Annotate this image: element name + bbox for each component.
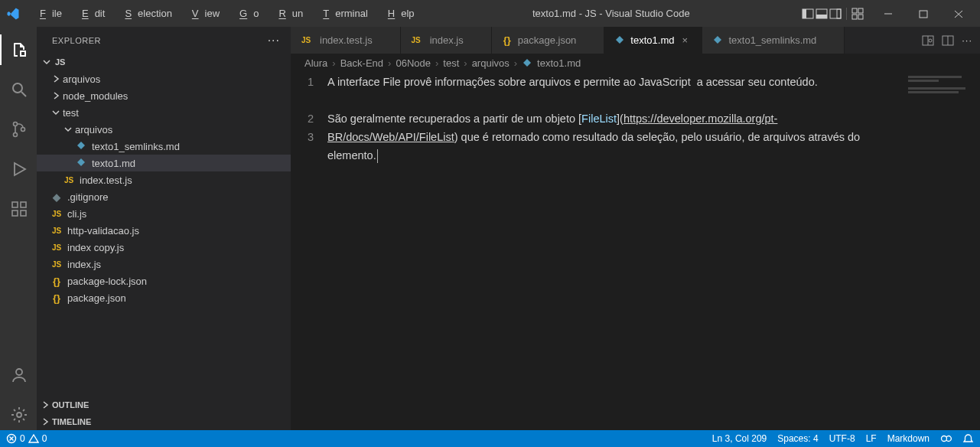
svg-point-27	[929, 39, 932, 42]
extensions-icon[interactable]	[0, 194, 37, 224]
sidebar-title: EXPLORER	[52, 36, 101, 45]
status-cursor-position[interactable]: Ln 3, Col 209	[712, 433, 767, 444]
tab-index[interactable]: JSindex.js×	[401, 27, 492, 54]
vscode-logo-icon	[6, 7, 20, 21]
accounts-icon[interactable]	[0, 360, 37, 390]
markdown-icon	[76, 158, 86, 168]
timeline-section[interactable]: TIMELINE	[37, 413, 291, 430]
menu-help[interactable]: Help	[376, 5, 421, 22]
tab-package[interactable]: {}package.json×	[492, 27, 605, 54]
tree-file-index[interactable]: JSindex.js	[37, 256, 291, 272]
tree-file-http-validacao[interactable]: JShttp-validacao.js	[37, 222, 291, 239]
tree-file-texto1[interactable]: texto1.md	[37, 155, 291, 171]
workspace-name: JS	[55, 57, 65, 67]
file-tree: arquivos node_modules test arquivos text…	[37, 70, 291, 396]
svg-rect-8	[852, 15, 857, 19]
editor-area: JSindex.test.js× JSindex.js× {}package.j…	[291, 27, 980, 430]
svg-rect-22	[21, 202, 26, 207]
tree-file-texto1-semlinks[interactable]: texto1_semlinks.md	[37, 138, 291, 155]
tree-folder-test[interactable]: test	[37, 104, 291, 121]
main-menu: FFileile Edit Selection View Go Run Term…	[28, 5, 421, 22]
breadcrumbs[interactable]: Alura› Back-End› 06Node› test› arquivos›…	[291, 54, 980, 73]
tab-texto1[interactable]: texto1.md×	[604, 27, 702, 54]
close-button[interactable]	[943, 2, 974, 25]
titlebar: FFileile Edit Selection View Go Run Term…	[0, 0, 980, 27]
window-title: texto1.md - JS - Visual Studio Code	[424, 8, 799, 19]
settings-gear-icon[interactable]	[0, 400, 37, 430]
menu-edit[interactable]: Edit	[70, 5, 111, 22]
status-indentation[interactable]: Spaces: 4	[777, 433, 818, 444]
svg-line-15	[21, 92, 26, 96]
tree-file-cli[interactable]: JScli.js	[37, 205, 291, 222]
editor-tabs: JSindex.test.js× JSindex.js× {}package.j…	[291, 27, 980, 54]
customize-layout-icon[interactable]	[851, 8, 864, 20]
minimap[interactable]	[903, 73, 980, 430]
markdown-icon	[712, 35, 723, 46]
menu-run[interactable]: Run	[266, 5, 309, 22]
outline-section[interactable]: OUTLINE	[37, 396, 291, 413]
svg-rect-7	[858, 8, 863, 13]
explorer-view-icon[interactable]	[0, 34, 37, 65]
open-preview-icon[interactable]	[922, 34, 934, 47]
svg-point-24	[17, 413, 21, 417]
line-numbers: 1 2 3	[291, 73, 327, 430]
status-eol[interactable]: LF	[866, 433, 877, 444]
markdown-icon	[522, 58, 532, 69]
tree-file-index-test[interactable]: JSindex.test.js	[37, 171, 291, 188]
status-feedback-icon[interactable]	[940, 433, 952, 445]
tab-index-test[interactable]: JSindex.test.js×	[291, 27, 401, 54]
toggle-panel-icon[interactable]	[816, 8, 828, 20]
menu-selection[interactable]: Selection	[112, 5, 177, 22]
tree-folder-node-modules[interactable]: node_modules	[37, 87, 291, 104]
tree-folder-test-arquivos[interactable]: arquivos	[37, 121, 291, 138]
svg-rect-5	[837, 9, 841, 18]
warning-icon	[28, 433, 39, 444]
svg-rect-4	[830, 9, 841, 18]
svg-rect-9	[858, 15, 863, 19]
svg-point-23	[16, 369, 22, 375]
more-actions-icon[interactable]: ···	[962, 34, 972, 46]
tree-file-package-lock[interactable]: {}package-lock.json	[37, 272, 291, 289]
markdown-icon	[76, 141, 86, 152]
minimize-button[interactable]	[873, 2, 903, 25]
status-notifications-icon[interactable]	[962, 433, 974, 445]
svg-rect-19	[12, 202, 18, 207]
status-bar: 0 0 Ln 3, Col 209 Spaces: 4 UTF-8 LF Mar…	[0, 430, 980, 447]
maximize-button[interactable]	[908, 2, 939, 25]
toggle-primary-sidebar-icon[interactable]	[802, 8, 814, 20]
text-cursor	[377, 149, 378, 163]
workspace-header[interactable]: JS	[37, 54, 291, 70]
svg-point-14	[13, 83, 22, 93]
svg-rect-1	[803, 9, 806, 18]
search-view-icon[interactable]	[0, 74, 37, 105]
tree-file-index-copy[interactable]: JSindex copy.js	[37, 239, 291, 256]
svg-rect-3	[816, 15, 827, 18]
tab-texto1-semlinks[interactable]: texto1_semlinks.md×	[702, 27, 845, 54]
menu-file[interactable]: FFileile	[28, 5, 68, 22]
svg-point-33	[942, 436, 947, 441]
split-editor-icon[interactable]	[942, 34, 954, 47]
run-debug-icon[interactable]	[0, 154, 37, 184]
tree-folder-arquivos[interactable]: arquivos	[37, 70, 291, 87]
svg-rect-11	[920, 11, 927, 18]
close-icon[interactable]: ×	[682, 34, 692, 46]
tree-file-package[interactable]: {}package.json	[37, 289, 291, 306]
code-content[interactable]: A interface File provê informações sobre…	[327, 73, 980, 430]
layout-controls	[802, 8, 864, 20]
status-language[interactable]: Markdown	[887, 433, 930, 444]
sidebar-more-icon[interactable]: ···	[268, 34, 280, 47]
code-editor[interactable]: 1 2 3 A interface File provê informações…	[291, 73, 980, 430]
activity-bar	[0, 27, 37, 430]
status-encoding[interactable]: UTF-8	[829, 433, 855, 444]
menu-terminal[interactable]: Terminal	[311, 5, 374, 22]
svg-point-17	[14, 133, 18, 137]
menu-view[interactable]: View	[180, 5, 226, 22]
status-problems[interactable]: 0 0	[6, 433, 47, 444]
menu-go[interactable]: Go	[227, 5, 265, 22]
svg-point-18	[21, 128, 25, 132]
tree-file-gitignore[interactable]: ◆.gitignore	[37, 188, 291, 205]
toggle-secondary-sidebar-icon[interactable]	[829, 8, 842, 20]
source-control-icon[interactable]	[0, 114, 37, 145]
explorer-sidebar: EXPLORER ··· JS arquivos node_modules te…	[37, 27, 291, 430]
svg-rect-6	[852, 8, 857, 13]
